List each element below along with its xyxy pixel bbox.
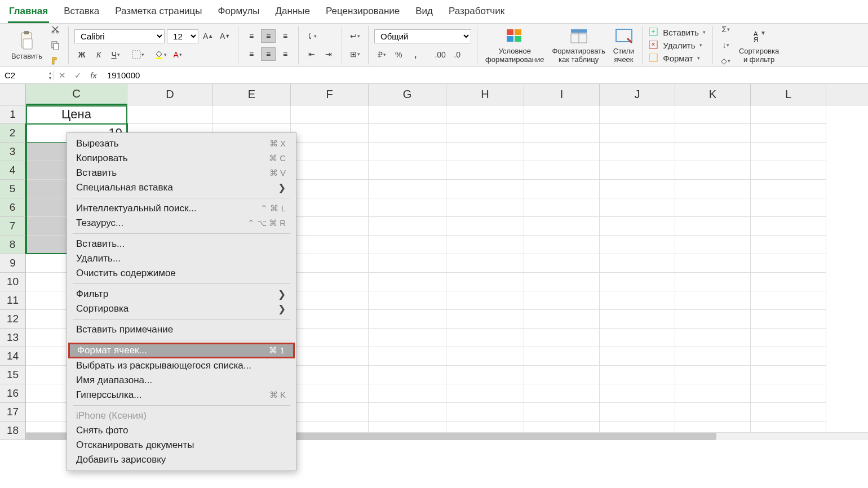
column-header[interactable]: H [446, 84, 524, 105]
cell[interactable] [291, 384, 369, 403]
cell[interactable] [600, 236, 675, 254]
cell[interactable] [369, 273, 446, 291]
cell[interactable] [369, 329, 446, 347]
cell[interactable] [291, 198, 369, 217]
cell[interactable] [524, 384, 600, 403]
cell[interactable] [524, 310, 600, 329]
row-header[interactable]: 4 [0, 161, 26, 180]
cell[interactable] [369, 236, 446, 254]
row-header[interactable]: 9 [0, 254, 26, 273]
cell[interactable] [369, 198, 446, 217]
cell[interactable] [675, 143, 751, 161]
cell[interactable] [291, 105, 369, 124]
cell[interactable] [600, 310, 675, 329]
cell[interactable] [675, 254, 751, 273]
cell[interactable] [675, 273, 751, 291]
conditional-formatting-button[interactable]: Условное форматирование [483, 25, 546, 65]
cell[interactable] [600, 180, 675, 198]
align-bottom-icon[interactable]: ≡ [278, 29, 293, 43]
cell[interactable] [127, 105, 213, 124]
fill-color-button[interactable]: ▾ [153, 48, 168, 61]
cell[interactable] [291, 217, 369, 236]
column-header[interactable]: I [524, 84, 600, 105]
fx-icon[interactable]: fx [86, 70, 101, 80]
context-menu-item[interactable]: Очистить содержимое [67, 266, 296, 281]
cell[interactable] [446, 291, 524, 310]
row-header[interactable]: 18 [0, 422, 26, 440]
cell[interactable] [291, 366, 369, 384]
cell[interactable] [600, 403, 675, 422]
cell[interactable] [600, 217, 675, 236]
context-menu-item[interactable]: Интеллектуальный поиск...⌃ ⌘ L [67, 201, 296, 216]
font-color-button[interactable]: А▾ [170, 48, 185, 61]
cell[interactable] [446, 254, 524, 273]
cell[interactable] [751, 366, 826, 384]
cell[interactable] [675, 347, 751, 366]
cell[interactable] [600, 254, 675, 273]
cut-icon[interactable] [48, 23, 63, 36]
cell[interactable] [446, 366, 524, 384]
cell[interactable] [369, 124, 446, 143]
cell[interactable] [446, 143, 524, 161]
cell[interactable] [369, 291, 446, 310]
decrease-font-icon[interactable]: A▼ [218, 29, 232, 43]
row-header[interactable]: 2 [0, 124, 26, 143]
italic-button[interactable]: К [91, 48, 106, 61]
cell[interactable] [291, 143, 369, 161]
cell[interactable] [446, 180, 524, 198]
clear-icon[interactable]: ◇▾ [719, 54, 733, 68]
decrease-decimal-icon[interactable]: .0 [450, 48, 464, 61]
cell[interactable] [751, 403, 826, 422]
column-header[interactable]: K [675, 84, 751, 105]
cell[interactable] [675, 180, 751, 198]
cell[interactable] [675, 198, 751, 217]
context-menu-item[interactable]: Гиперссылка...⌘ K [67, 388, 296, 402]
cell[interactable] [369, 403, 446, 422]
formula-input[interactable]: 1910000 [101, 70, 868, 80]
underline-button[interactable]: Ч▾ [108, 48, 123, 61]
align-left-icon[interactable]: ≡ [244, 47, 259, 61]
cell[interactable] [369, 143, 446, 161]
align-center-icon[interactable]: ≡ [261, 47, 276, 61]
cell[interactable] [751, 236, 826, 254]
cell[interactable] [600, 329, 675, 347]
context-menu-item[interactable]: Специальная вставка❯ [67, 180, 296, 195]
cell[interactable] [446, 403, 524, 422]
cell[interactable] [751, 310, 826, 329]
row-header[interactable]: 13 [0, 329, 26, 347]
cell[interactable] [600, 291, 675, 310]
row-header[interactable]: 1 [0, 105, 26, 124]
row-header[interactable]: 15 [0, 366, 26, 384]
context-menu-item[interactable]: Выбрать из раскрывающегося списка... [67, 358, 296, 373]
context-menu-item[interactable]: Снять фото [67, 423, 296, 438]
format-cells-button[interactable]: Формат▾ [648, 53, 707, 64]
cell[interactable] [600, 384, 675, 403]
decrease-indent-icon[interactable]: ⇤ [304, 47, 319, 61]
cell[interactable] [291, 180, 369, 198]
cell[interactable] [675, 329, 751, 347]
cell[interactable] [446, 273, 524, 291]
cell[interactable] [291, 291, 369, 310]
cell[interactable] [446, 310, 524, 329]
cell[interactable] [446, 384, 524, 403]
cell[interactable] [600, 143, 675, 161]
cell[interactable] [524, 291, 600, 310]
context-menu-item[interactable]: Фильтр❯ [67, 287, 296, 301]
cell[interactable] [524, 236, 600, 254]
column-header[interactable]: G [369, 84, 446, 105]
align-right-icon[interactable]: ≡ [278, 47, 293, 61]
cell[interactable] [369, 347, 446, 366]
context-menu-item[interactable]: Вырезать⌘ X [67, 136, 296, 151]
cell[interactable] [446, 217, 524, 236]
cell[interactable] [675, 366, 751, 384]
context-menu-item[interactable]: Копировать⌘ C [67, 151, 296, 166]
sort-filter-button[interactable]: АЯ Сортировка и фильтр [737, 25, 781, 65]
cell[interactable] [291, 310, 369, 329]
cell[interactable] [446, 329, 524, 347]
increase-decimal-icon[interactable]: .00 [433, 48, 448, 61]
increase-indent-icon[interactable]: ⇥ [321, 47, 336, 61]
cell[interactable] [751, 198, 826, 217]
borders-button[interactable]: ▾ [131, 48, 145, 61]
cell[interactable] [751, 273, 826, 291]
row-header[interactable]: 10 [0, 273, 26, 291]
